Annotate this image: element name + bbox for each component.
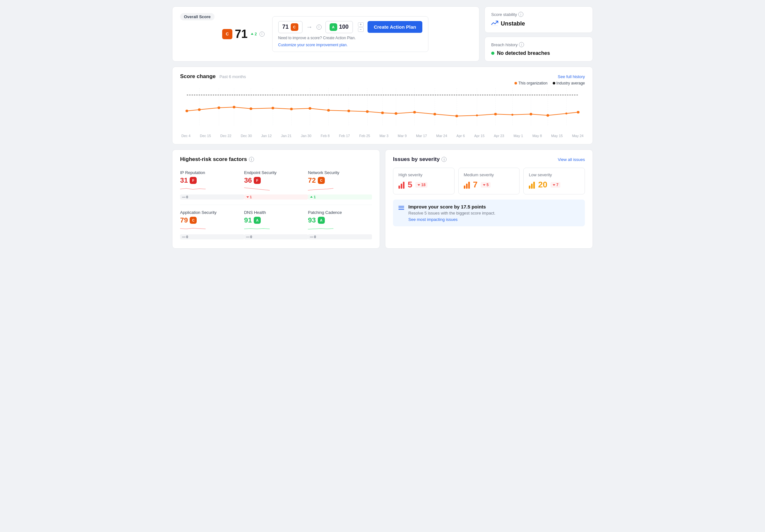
svg-rect-46 [398, 206, 404, 207]
svg-point-40 [494, 113, 496, 115]
factor-app-security: Application Security 79 C —0 [180, 208, 244, 242]
green-dot-icon [491, 52, 494, 55]
planner-to-box: A 100 [326, 21, 353, 33]
bottom-row: Highest-risk score factors i IP Reputati… [172, 150, 593, 249]
medium-down-icon [482, 183, 486, 187]
stepper-up-button[interactable]: + [358, 22, 364, 27]
main-container: Overall Score C 71 2 i 71 C [172, 6, 593, 249]
high-severity-bars [398, 181, 404, 189]
svg-point-24 [198, 108, 201, 111]
svg-point-35 [394, 112, 397, 115]
severity-grid: High severity 5 18 [393, 168, 585, 195]
endpoint-change: 1 [244, 195, 308, 200]
high-change: 18 [415, 182, 427, 188]
factors-grid: IP Reputation 31 F —0 Endpoint Security [180, 168, 372, 242]
improve-title: Improve your score by 17.5 points [408, 204, 495, 210]
see-full-history-link[interactable]: See full history [558, 74, 585, 79]
planner-row: 71 C → i A 100 + − Create Action Plan [278, 21, 423, 33]
planner-info-icon[interactable]: i [317, 25, 322, 30]
svg-rect-48 [398, 209, 404, 210]
ip-change: —0 [180, 195, 244, 200]
network-mini-chart [308, 185, 334, 194]
stability-info-icon[interactable]: i [518, 12, 523, 17]
svg-point-37 [433, 113, 436, 115]
low-severity-bars [529, 181, 535, 189]
low-count: 20 [538, 180, 547, 190]
dns-change: —0 [244, 234, 308, 240]
stability-chart-icon [491, 20, 498, 27]
factor-ip-reputation: IP Reputation 31 F —0 [180, 168, 244, 202]
score-stepper[interactable]: + − [358, 22, 364, 32]
view-all-issues-link[interactable]: View all issues [558, 157, 585, 162]
chart-header: Score change Past 6 months See full hist… [180, 73, 585, 80]
svg-point-32 [348, 110, 350, 112]
improve-list-icon [398, 205, 404, 213]
chart-x-axis: Dec 4 Dec 15 Dec 22 Dec 30 Jan 12 Jan 21… [180, 134, 585, 138]
planner-arrow-icon: → [306, 23, 313, 31]
medium-count: 7 [473, 180, 477, 190]
svg-point-33 [366, 110, 369, 113]
factor-dns-badge: A [254, 217, 261, 224]
ip-mini-chart [180, 185, 206, 194]
stability-status-row: Unstable [491, 20, 586, 27]
see-impacting-issues-link[interactable]: See most impacting issues [408, 217, 458, 222]
svg-point-30 [309, 107, 311, 110]
score-stability-title: Score stability i [491, 12, 586, 17]
factors-info-icon[interactable]: i [249, 157, 254, 162]
score-change-card: Score change Past 6 months See full hist… [172, 67, 593, 144]
score-stability-card: Score stability i Unstable [484, 6, 593, 33]
stability-status-text: Unstable [501, 20, 525, 27]
factor-endpoint-security: Endpoint Security 36 F 1 [244, 168, 308, 202]
svg-point-45 [577, 111, 579, 114]
breach-info-icon[interactable]: i [519, 42, 524, 47]
app-change: —0 [180, 234, 244, 240]
svg-point-34 [381, 112, 384, 114]
improve-content: Improve your score by 17.5 points Resolv… [408, 204, 495, 222]
factors-card: Highest-risk score factors i IP Reputati… [172, 150, 380, 249]
score-number: 71 [235, 27, 248, 41]
arrow-up-icon [250, 32, 254, 36]
dns-mini-chart [244, 225, 270, 233]
network-change: 1 [308, 195, 372, 200]
svg-point-27 [250, 107, 252, 110]
right-side-cards: Score stability i Unstable [484, 6, 593, 62]
svg-rect-47 [398, 208, 404, 208]
issues-card: Issues by severity i View all issues Hig… [385, 150, 593, 249]
svg-point-23 [186, 110, 188, 112]
legend-org: This organization [514, 81, 547, 85]
score-change-indicator: 2 [250, 32, 257, 36]
overall-score-label: Overall Score [180, 13, 215, 20]
list-bullet-icon [398, 205, 404, 211]
medium-severity-bars [464, 181, 470, 189]
score-planner: 71 C → i A 100 + − Create Action Plan [272, 16, 429, 52]
trending-down-icon [491, 20, 498, 26]
low-severity-box: Low severity 20 7 [523, 168, 585, 195]
high-count: 5 [408, 180, 412, 190]
high-severity-box: High severity 5 18 [393, 168, 454, 195]
svg-point-36 [413, 111, 415, 114]
planner-hint: Need to improve a score? Create Action P… [278, 36, 423, 40]
score-badge: C [222, 29, 232, 39]
arrow-down-icon [246, 196, 249, 199]
score-info-icon[interactable]: i [260, 32, 265, 37]
svg-point-44 [565, 113, 567, 115]
customize-plan-link[interactable]: Customize your score improvement plan. [278, 43, 423, 47]
factor-ip-badge: F [190, 177, 197, 184]
svg-point-26 [233, 106, 235, 108]
improve-banner: Improve your score by 17.5 points Resolv… [393, 200, 585, 226]
endpoint-mini-chart [244, 185, 270, 194]
stepper-down-button[interactable]: − [358, 27, 364, 32]
score-main: C 71 2 i [222, 27, 265, 41]
arrow-up-icon-network [310, 196, 313, 199]
medium-change: 5 [481, 182, 490, 188]
svg-point-25 [217, 107, 220, 109]
planner-from-badge: C [291, 23, 298, 31]
create-action-button[interactable]: Create Action Plan [368, 21, 423, 33]
improve-text: Resolve 5 issues with the biggest score … [408, 211, 495, 216]
high-down-icon [417, 183, 420, 187]
svg-point-31 [327, 109, 330, 112]
breach-history-title: Breach history i [491, 42, 586, 47]
factor-app-badge: C [190, 217, 197, 224]
low-change: 7 [550, 182, 560, 188]
issues-info-icon[interactable]: i [441, 157, 446, 162]
